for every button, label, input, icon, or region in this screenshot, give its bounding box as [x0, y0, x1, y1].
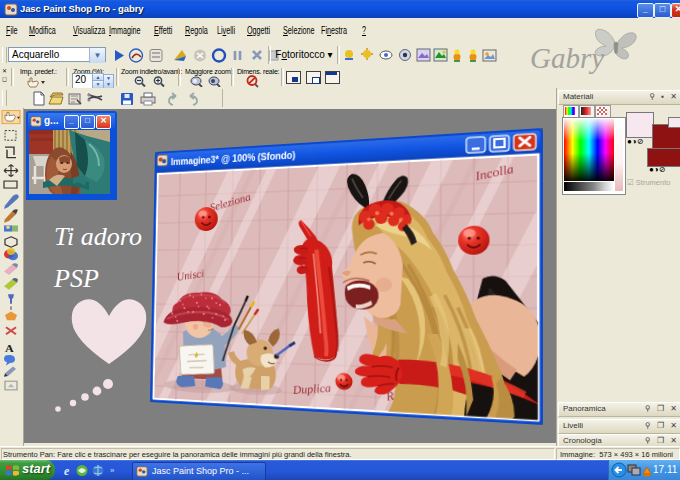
svg-text:Duplica: Duplica	[291, 381, 331, 396]
svg-text:A: A	[5, 342, 15, 353]
svg-text:»: »	[110, 466, 115, 475]
svg-text:e: e	[64, 464, 70, 477]
svg-text:Gabry: Gabry	[530, 42, 604, 74]
